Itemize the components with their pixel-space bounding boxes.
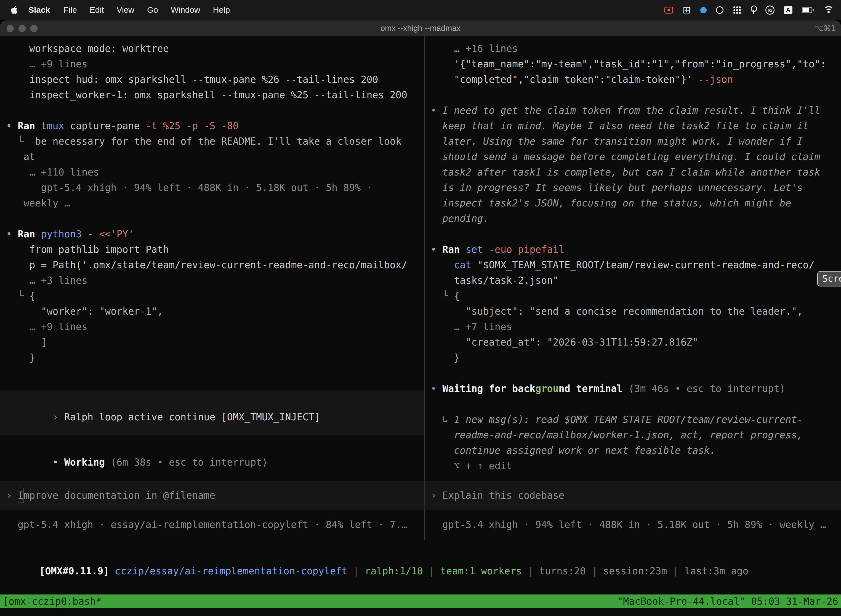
terminal-scrollback-right: … +16 lines '{"team_name":"my-team","tas…: [431, 41, 840, 474]
menu-file[interactable]: File: [57, 5, 83, 15]
terminal-line: … +16 lines: [431, 41, 840, 56]
terminal-line: … +9 lines: [6, 56, 423, 72]
terminal-content: workspace_mode: worktree … +9 lines insp…: [0, 37, 841, 616]
session-footer-left: gpt-5.4 xhigh · essay/ai-reimplementatio…: [18, 517, 407, 532]
terminal-line: [431, 226, 840, 242]
terminal-line: keep that in mind. Maybe I also need the…: [431, 118, 840, 133]
title-bar[interactable]: omx --xhigh --madmax ⌥⌘1: [0, 21, 841, 37]
wifi-icon[interactable]: [823, 6, 834, 14]
composer-placeholder: mprove documentation in @filename: [23, 488, 215, 503]
text-cursor: I: [18, 488, 23, 503]
inject-banner-text: Ralph loop active continue [OMX_TMUX_INJ…: [64, 412, 320, 422]
terminal-line: … +7 lines: [431, 319, 840, 334]
menu-window[interactable]: Window: [164, 5, 207, 15]
composer-placeholder: Explain this codebase: [442, 488, 564, 503]
working-bullet-icon: •: [53, 457, 59, 468]
terminal-line: should send a message before completing …: [431, 149, 840, 164]
terminal-line: … +9 lines: [6, 319, 423, 334]
menu-view[interactable]: View: [110, 5, 141, 15]
composer-input-left[interactable]: ›Improve documentation in @filename: [0, 481, 424, 510]
tmux-status-bar: [omx-cczip0:bash* "MacBook-Pro-44.local"…: [0, 594, 841, 608]
app-circle-icon[interactable]: [716, 6, 724, 14]
battery-nub: [813, 9, 814, 11]
terminal-line: cat "$OMX_TEAM_STATE_ROOT/team/review-cu…: [431, 257, 840, 273]
terminal-line: ]: [6, 334, 423, 350]
terminal-line: continue assigned work or next feasible …: [431, 443, 840, 458]
menu-edit[interactable]: Edit: [84, 5, 110, 15]
dots-grid-icon[interactable]: [733, 6, 741, 14]
session-duration: session:23m: [603, 566, 667, 576]
terminal-line: from pathlib import Path: [6, 242, 423, 257]
working-detail: (6m 38s • esc to interrupt): [111, 457, 268, 468]
terminal-line: └ be necessary for the end of the README…: [6, 133, 423, 149]
window-grid-icon[interactable]: ⊞: [683, 5, 691, 15]
droplet-icon[interactable]: [700, 7, 707, 13]
terminal-line: is in progress? It seems likely but perh…: [431, 180, 840, 195]
omx-version: [OMX#0.11.9]: [39, 566, 109, 576]
terminal-line: "created_at": "2026-03-31T11:59:27.816Z": [431, 334, 840, 350]
terminal-line: [6, 103, 423, 118]
turns-counter: turns:20: [539, 566, 586, 576]
screen-recording-icon[interactable]: [664, 7, 673, 13]
battery-icon[interactable]: [802, 7, 814, 13]
last-activity: last:3m ago: [684, 566, 749, 576]
active-app-name[interactable]: Slack: [21, 5, 57, 15]
terminal-line: inspect task2's JSON, focusing on the st…: [431, 195, 840, 211]
window-title: omx --xhigh --madmax: [0, 24, 841, 33]
terminal-line: }: [431, 350, 840, 365]
minimize-button[interactable]: [19, 25, 26, 32]
terminal-line: • Ran tmux capture-pane -t %25 -p -S -80: [6, 118, 423, 133]
menu-help[interactable]: Help: [207, 5, 236, 15]
terminal-line: tasks/task-2.json": [431, 273, 840, 288]
composer-input-right[interactable]: ›Explain this codebase: [425, 481, 841, 510]
prompt-chevron-icon: ›: [431, 488, 437, 503]
terminal-line: [431, 365, 840, 381]
separator: |: [527, 566, 533, 576]
working-label: Working: [64, 457, 105, 468]
working-status: •Working(6m 38s • esc to interrupt): [6, 439, 268, 485]
terminal-line: • Ran python3 - <<'PY': [6, 226, 423, 242]
tmux-host-clock: "MacBook-Pro-44.local" 05:03 31-Mar-26: [617, 594, 838, 609]
terminal-line: readme-and-reco/mailbox/worker-1.json, a…: [431, 427, 840, 443]
terminal-line: gpt-5.4 xhigh · 94% left · 488K in · 5.1…: [6, 180, 423, 195]
terminal-line: "worker": "worker-1",: [6, 304, 423, 319]
zoom-button[interactable]: [30, 25, 38, 32]
badge-61-icon[interactable]: 61: [765, 6, 775, 15]
terminal-line: └ {: [431, 288, 840, 304]
menu-go[interactable]: Go: [141, 5, 164, 15]
team-workers: team:1 workers: [440, 566, 522, 576]
pane-bottom-border: [0, 540, 841, 540]
session-footer-right: gpt-5.4 xhigh · 94% left · 488K in · 5.1…: [442, 517, 826, 532]
input-source-icon[interactable]: A: [784, 6, 793, 14]
battery-fill: [803, 8, 809, 12]
terminal-line: p = Path('.omx/state/team/review-current…: [6, 257, 423, 273]
terminal-line: • Ran set -euo pipefail: [431, 242, 840, 257]
terminal-line: • Waiting for background terminal (3m 46…: [431, 381, 840, 396]
terminal-line: inspect_hud: omx sparkshell --tmux-pane …: [6, 72, 423, 87]
terminal-line: └ {: [6, 288, 423, 304]
tmux-pane-left[interactable]: workspace_mode: worktree … +9 lines insp…: [0, 37, 424, 616]
terminal-line: … +110 lines: [6, 164, 423, 180]
omx-status-line: [OMX#0.11.9]cczip/essay/ai-reimplementat…: [4, 548, 748, 594]
apple-menu[interactable]: [0, 6, 21, 14]
close-button[interactable]: [7, 25, 14, 32]
key-icon[interactable]: [750, 6, 756, 14]
workspace-path: cczip/essay/ai-reimplementation-copyleft: [115, 566, 347, 576]
prompt-chevron-icon: ›: [53, 412, 59, 422]
screen-overlay-chip[interactable]: Scre: [817, 271, 841, 286]
terminal-line: workspace_mode: worktree: [6, 41, 423, 56]
separator: |: [429, 566, 435, 576]
terminal-line: weekly …: [6, 195, 423, 211]
terminal-line: later. Using the same for transition mig…: [431, 133, 840, 149]
tmux-pane-right[interactable]: … +16 lines '{"team_name":"my-team","tas…: [425, 37, 841, 616]
terminal-line: • I need to get the claim token from the…: [431, 103, 840, 118]
separator: |: [592, 566, 597, 576]
terminal-line: '{"team_name":"my-team","task_id":"1","f…: [431, 56, 840, 72]
terminal-line: "completed","claim_token":"claim-token"}…: [431, 72, 840, 87]
prompt-chevron-icon: ›: [6, 488, 12, 503]
separator: |: [353, 566, 359, 576]
terminal-line: [431, 396, 840, 412]
tmux-session-name: [omx-cczip0:bash*: [3, 594, 101, 609]
macos-menu-bar: Slack File Edit View Go Window Help ⊞ 61…: [0, 0, 841, 20]
terminal-scrollback-left: workspace_mode: worktree … +9 lines insp…: [6, 41, 423, 365]
